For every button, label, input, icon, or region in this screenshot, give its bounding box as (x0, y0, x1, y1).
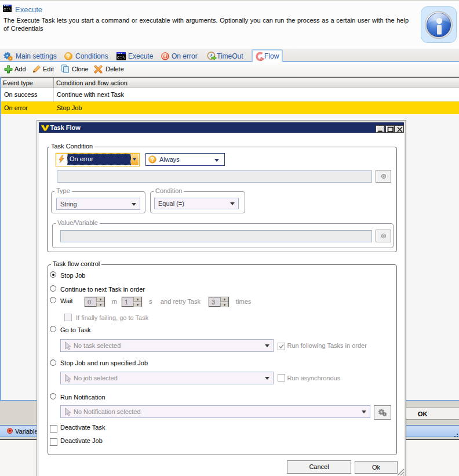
svg-text:?: ? (151, 157, 154, 163)
svg-text:?: ? (67, 53, 70, 60)
svg-text:c:\: c:\ (3, 7, 11, 12)
svg-text:c:\: c:\ (117, 55, 125, 60)
